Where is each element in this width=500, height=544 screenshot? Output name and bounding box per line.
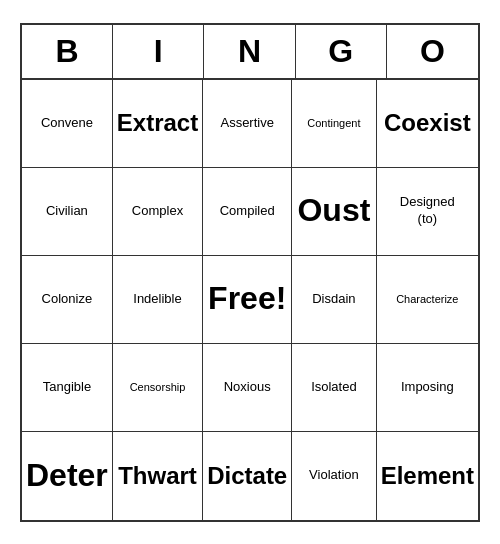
cell-text-r2-c0: Colonize — [42, 291, 93, 308]
bingo-cell-r2-c2: Free! — [203, 256, 292, 344]
bingo-cell-r1-c3: Oust — [292, 168, 376, 256]
bingo-cell-r1-c4: Designed(to) — [377, 168, 478, 256]
bingo-cell-r2-c1: Indelible — [113, 256, 203, 344]
bingo-cell-r4-c4: Element — [377, 432, 478, 520]
cell-text-r3-c4: Imposing — [401, 379, 454, 396]
bingo-cell-r4-c2: Dictate — [203, 432, 292, 520]
bingo-header: BINGO — [22, 25, 478, 80]
header-letter-i: I — [113, 25, 204, 78]
cell-text-r1-c1: Complex — [132, 203, 183, 220]
cell-text-r2-c3: Disdain — [312, 291, 355, 308]
bingo-grid: ConveneExtractAssertiveContingentCoexist… — [22, 80, 478, 520]
header-letter-n: N — [204, 25, 295, 78]
header-letter-o: O — [387, 25, 478, 78]
bingo-cell-r2-c0: Colonize — [22, 256, 113, 344]
bingo-cell-r3-c4: Imposing — [377, 344, 478, 432]
cell-text-r1-c2: Compiled — [220, 203, 275, 220]
cell-text-r0-c3: Contingent — [307, 116, 360, 130]
bingo-cell-r3-c2: Noxious — [203, 344, 292, 432]
bingo-cell-r2-c3: Disdain — [292, 256, 376, 344]
cell-text-r4-c3: Violation — [309, 467, 359, 484]
cell-text-r0-c1: Extract — [117, 107, 198, 138]
cell-text-r3-c0: Tangible — [43, 379, 91, 396]
bingo-cell-r3-c0: Tangible — [22, 344, 113, 432]
bingo-cell-r0-c3: Contingent — [292, 80, 376, 168]
bingo-cell-r0-c4: Coexist — [377, 80, 478, 168]
bingo-card: BINGO ConveneExtractAssertiveContingentC… — [20, 23, 480, 522]
header-letter-g: G — [296, 25, 387, 78]
cell-text-r3-c1: Censorship — [130, 380, 186, 394]
cell-text-r0-c2: Assertive — [220, 115, 273, 132]
cell-text-r4-c1: Thwart — [118, 460, 197, 491]
header-letter-b: B — [22, 25, 113, 78]
bingo-cell-r3-c1: Censorship — [113, 344, 203, 432]
cell-text-r4-c0: Deter — [26, 455, 108, 497]
cell-text-r1-c0: Civilian — [46, 203, 88, 220]
cell-text-r3-c3: Isolated — [311, 379, 357, 396]
cell-text-r3-c2: Noxious — [224, 379, 271, 396]
bingo-cell-r0-c2: Assertive — [203, 80, 292, 168]
bingo-cell-r3-c3: Isolated — [292, 344, 376, 432]
cell-text-r2-c4: Characterize — [396, 292, 458, 306]
cell-text-r2-c1: Indelible — [133, 291, 181, 308]
bingo-cell-r4-c3: Violation — [292, 432, 376, 520]
bingo-cell-r4-c0: Deter — [22, 432, 113, 520]
bingo-cell-r0-c0: Convene — [22, 80, 113, 168]
bingo-cell-r0-c1: Extract — [113, 80, 203, 168]
cell-text-r2-c2: Free! — [208, 278, 286, 320]
cell-text-r4-c2: Dictate — [207, 460, 287, 491]
cell-text-r0-c0: Convene — [41, 115, 93, 132]
bingo-cell-r1-c0: Civilian — [22, 168, 113, 256]
cell-text-r1-c3: Oust — [297, 190, 370, 232]
bingo-cell-r2-c4: Characterize — [377, 256, 478, 344]
bingo-cell-r4-c1: Thwart — [113, 432, 203, 520]
bingo-cell-r1-c1: Complex — [113, 168, 203, 256]
bingo-cell-r1-c2: Compiled — [203, 168, 292, 256]
cell-text-r0-c4: Coexist — [384, 107, 471, 138]
cell-text-r1-c4: Designed(to) — [400, 194, 455, 228]
cell-text-r4-c4: Element — [381, 460, 474, 491]
